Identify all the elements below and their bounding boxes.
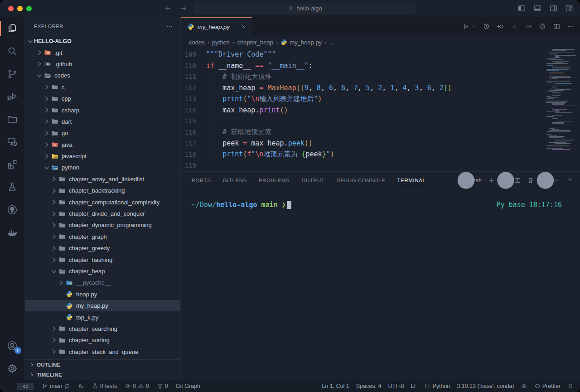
tree-item-go[interactable]: go [25,127,180,139]
tree-item-heap-py[interactable]: heap.py [25,289,180,300]
activity-extensions[interactable] [0,153,25,176]
zoom-window-button[interactable] [26,6,32,11]
tab-my-heap[interactable]: my_heap.py [181,17,252,35]
close-tab-icon[interactable] [240,23,247,30]
navigate-circle-button[interactable] [511,23,518,30]
shell-icon[interactable] [463,177,470,184]
tree-item-chapter-hashing[interactable]: chapter_hashing [25,254,180,265]
run-dropdown[interactable] [471,24,476,29]
cursor-position[interactable]: Ln 1, Col 1 [322,383,349,389]
activity-testing[interactable] [0,176,25,198]
activity-github[interactable] [0,198,25,221]
navigate-back-icon[interactable] [164,5,172,12]
tree-item--pycache-[interactable]: __pycache__ [25,277,180,288]
encoding[interactable]: UTF-8 [388,383,404,389]
breadcrumb-item[interactable]: python [212,39,230,46]
tree-item-chapter-divide-and-conquer[interactable]: chapter_divide_and_conquer [25,208,180,219]
tree-item-codes[interactable]: codes [25,70,180,81]
panel-tab-problems[interactable]: PROBLEMS [259,172,290,189]
tree-item-chapter-searching[interactable]: chapter_searching [25,323,180,334]
panel-tab-debug-console[interactable]: DEBUG CONSOLE [336,172,385,189]
profile-button[interactable] [539,23,546,30]
section-outline[interactable]: OUTLINE [25,359,180,370]
language-mode[interactable]: Python [424,383,450,389]
tree-item-chapter-backtracking[interactable]: chapter_backtracking [25,185,180,196]
remote-indicator[interactable] [17,383,34,390]
close-panel-button[interactable] [566,177,574,184]
activity-remote-explorer[interactable] [0,131,25,153]
tree-item-java[interactable]: java [25,139,180,150]
terminal-dropdown[interactable] [501,177,508,184]
tests-status[interactable]: 0 tests [92,383,117,389]
toggle-panel-button[interactable] [533,4,542,13]
tree-item-chapter-greedy[interactable]: chapter_greedy [25,242,180,254]
git-graph-label[interactable]: Git Graph [176,383,200,389]
panel-tab-terminal[interactable]: TERMINAL [397,172,426,189]
breadcrumb-item[interactable]: my_heap.py [280,39,322,46]
run-button[interactable] [462,23,469,30]
branch-status[interactable]: main [42,383,70,389]
navigate-forward-icon[interactable] [180,5,188,12]
tree-root[interactable]: HELLO-ALGO [25,35,180,47]
tree-item-my-heap-py[interactable]: my_heap.py [25,300,180,311]
activity-project-manager[interactable] [0,108,25,131]
activity-run-and-debug[interactable] [0,85,25,108]
accounts-button[interactable]: 1 [0,334,25,357]
section-timeline[interactable]: TIMELINE [25,370,180,380]
eol[interactable]: LF [411,383,418,389]
code-line[interactable]: 113 print("\n输入列表并建堆后") [181,93,580,105]
toggle-secondary-sidebar-button[interactable] [549,4,558,13]
command-center-search[interactable]: hello-algo [194,3,416,14]
more-actions-icon[interactable] [166,23,173,30]
code-line[interactable]: 112 max_heap = MaxHeap([9, 8, 6, 6, 7, 5… [181,82,580,94]
tree-item-chapter-heap[interactable]: chapter_heap [25,266,180,277]
ports-status[interactable]: 0 [157,383,168,389]
panel-tab-gitlens[interactable]: GITLENS [222,172,246,189]
settings-button[interactable] [0,357,25,380]
customize-layout-button[interactable] [565,4,574,13]
tree-item-cpp[interactable]: cpp [25,93,180,104]
tree-item-javascript[interactable]: JSjavascript [25,150,180,162]
notifications[interactable] [567,383,574,389]
code-line[interactable]: 110if __name__ == "__main__": [181,60,580,72]
split-editor-button[interactable] [553,23,561,30]
breadcrumb-item[interactable]: codes [189,39,205,46]
activity-search[interactable] [0,40,25,63]
activity-explorer[interactable] [0,17,25,40]
tree-item-top-k-py[interactable]: top_k.py [25,311,180,323]
tree-item-chapter-computational-complexity[interactable]: chapter_computational_complexity [25,196,180,208]
panel-tab-output[interactable]: OUTPUT [302,172,325,189]
tree-item-chapter-array-and-linkedlist[interactable]: chapter_array_and_linkedlist [25,174,180,185]
minimize-window-button[interactable] [17,6,23,11]
tree-item-chapter-stack-and-queue[interactable]: chapter_stack_and_queue [25,346,180,358]
navigate-forward-button[interactable] [525,23,532,30]
toggle-primary-sidebar-button[interactable] [517,4,526,13]
copilot-status[interactable] [521,383,527,389]
more-actions-button[interactable] [567,23,575,30]
tree-item-chapter-dynamic-programming[interactable]: chapter_dynamic_programming [25,219,180,231]
new-terminal-button[interactable] [488,177,495,184]
tree-item-dart[interactable]: dart [25,116,180,127]
git-graph-button[interactable] [78,383,84,389]
problems-status[interactable]: 00 [125,383,149,389]
activity-source-control[interactable] [0,63,25,85]
activity-docker[interactable] [0,221,25,244]
indentation[interactable]: Spaces: 4 [356,383,382,389]
breadcrumb-item[interactable]: ... [329,39,334,46]
tree-item-chapter-sorting[interactable]: chapter_sorting [25,334,180,346]
terminal-more-button[interactable] [540,177,547,184]
breadcrumb-item[interactable]: chapter_heap [237,39,273,46]
maximize-panel-button[interactable] [553,177,561,184]
tree-item--github[interactable]: .github [25,58,180,70]
tree-item-python[interactable]: python [25,162,180,173]
tree-item-chapter-graph[interactable]: chapter_graph [25,231,180,242]
tree-item-c[interactable]: c [25,82,180,93]
close-window-button[interactable] [8,6,14,11]
panel-tab-ports[interactable]: PORTS [192,172,211,189]
kill-terminal-button[interactable] [527,177,534,184]
tree-item-csharp[interactable]: csharp [25,104,180,116]
navigate-back-button[interactable] [497,23,504,30]
tree-item--git[interactable]: .git [25,47,180,58]
history-button[interactable] [483,23,490,30]
prettier-status[interactable]: Prettier [534,383,561,389]
